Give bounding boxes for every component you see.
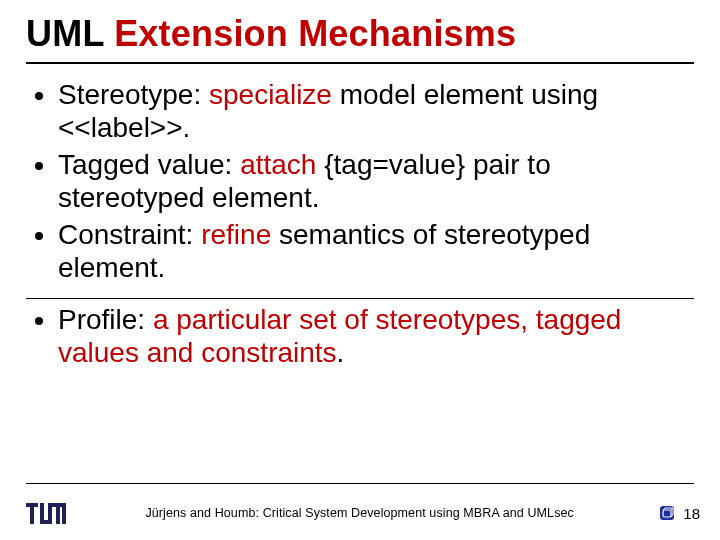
page-number: 18: [683, 505, 700, 522]
svg-rect-5: [48, 503, 52, 524]
svg-rect-6: [52, 503, 56, 507]
bullet-accent: attach: [240, 149, 316, 180]
svg-rect-9: [62, 503, 66, 524]
svg-rect-0: [26, 503, 30, 507]
svg-rect-2: [34, 503, 38, 507]
profile-rest: .: [337, 337, 345, 368]
footer-text: Jürjens and Houmb: Critical System Devel…: [66, 506, 653, 520]
title-plain: UML: [26, 13, 114, 54]
slide-title: UML Extension Mechanisms: [26, 14, 694, 54]
profile-block: Profile: a particular set of stereotypes…: [30, 303, 694, 369]
bullet-item: Tagged value: attach {tag=value} pair to…: [58, 148, 694, 214]
bullet-item: Constraint: refine semantics of stereoty…: [58, 218, 694, 284]
bullet-lead: Tagged value:: [58, 149, 240, 180]
title-rule: [26, 62, 694, 64]
slide: UML Extension Mechanisms Stereotype: spe…: [0, 0, 720, 540]
footer-rule: [26, 483, 694, 484]
bullet-list: Stereotype: specialize model element usi…: [30, 78, 694, 284]
bullet-item: Profile: a particular set of stereotypes…: [58, 303, 694, 369]
tum-logo: [26, 503, 66, 524]
footer: Jürjens and Houmb: Critical System Devel…: [26, 496, 700, 530]
title-accent: Extension Mechanisms: [114, 13, 516, 54]
bullet-item: Stereotype: specialize model element usi…: [58, 78, 694, 144]
slide-body: Stereotype: specialize model element usi…: [26, 78, 694, 369]
svg-rect-4: [44, 520, 48, 524]
profile-lead: Profile:: [58, 304, 153, 335]
svg-rect-3: [40, 503, 44, 524]
bullet-accent: specialize: [209, 79, 332, 110]
bullet-lead: Constraint:: [58, 219, 201, 250]
svg-rect-1: [30, 503, 34, 524]
uml-cube-icon: [659, 505, 675, 521]
bullet-accent: refine: [201, 219, 271, 250]
svg-rect-7: [56, 503, 60, 524]
bullet-lead: Stereotype:: [58, 79, 209, 110]
mid-rule: [26, 298, 694, 299]
